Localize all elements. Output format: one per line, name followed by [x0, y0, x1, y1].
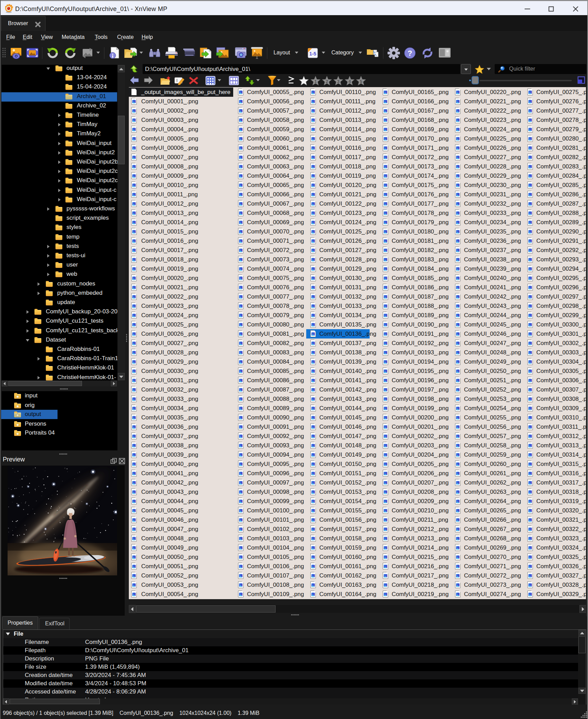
svg-text:4: 4 [348, 79, 351, 84]
svg-text:?: ? [408, 49, 412, 58]
svg-text:2: 2 [326, 79, 328, 84]
svg-text:3: 3 [337, 79, 339, 84]
svg-text:5: 5 [360, 79, 362, 84]
svg-text:1-5: 1-5 [309, 51, 316, 56]
svg-text:1: 1 [314, 79, 317, 84]
svg-text:I: I [176, 78, 177, 83]
